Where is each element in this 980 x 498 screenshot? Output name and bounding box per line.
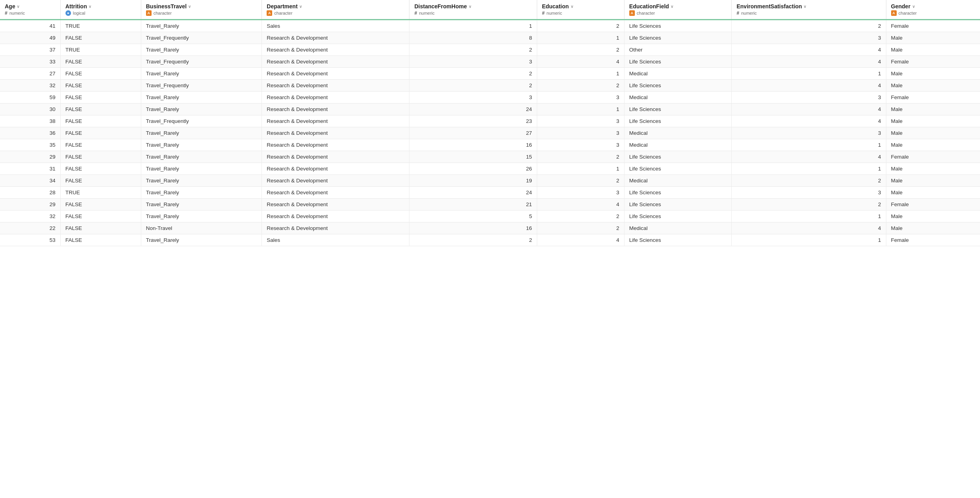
cell-age: 35 xyxy=(0,139,60,151)
cell-distanceFromHome: 3 xyxy=(409,92,537,103)
col-header-education-field[interactable]: EducationField ∨ A character xyxy=(624,0,732,20)
cell-age: 28 xyxy=(0,187,60,199)
cell-environmentSatisfaction: 3 xyxy=(732,92,886,103)
col-header-gender[interactable]: Gender ∨ A character xyxy=(886,0,980,20)
cell-gender: Male xyxy=(886,44,980,56)
cell-education: 4 xyxy=(537,199,624,211)
cell-gender: Female xyxy=(886,20,980,32)
table-row: 29FALSETravel_RarelyResearch & Developme… xyxy=(0,151,980,163)
cell-educationField: Life Sciences xyxy=(624,56,732,68)
cell-distanceFromHome: 1 xyxy=(409,20,537,32)
table-row: 32FALSETravel_RarelyResearch & Developme… xyxy=(0,211,980,222)
cell-attrition: FALSE xyxy=(60,199,141,211)
cell-department: Research & Development xyxy=(262,151,409,163)
cell-attrition: FALSE xyxy=(60,56,141,68)
cell-distanceFromHome: 21 xyxy=(409,199,537,211)
cell-environmentSatisfaction: 1 xyxy=(732,139,886,151)
table-row: 31FALSETravel_RarelyResearch & Developme… xyxy=(0,163,980,175)
education-field-type-icon: A xyxy=(629,10,635,16)
cell-gender: Female xyxy=(886,234,980,246)
cell-distanceFromHome: 5 xyxy=(409,211,537,222)
cell-attrition: FALSE xyxy=(60,151,141,163)
gender-type-label: character xyxy=(899,11,917,15)
col-header-business-travel[interactable]: BusinessTravel ∨ A character xyxy=(141,0,262,20)
department-label: Department xyxy=(267,3,298,10)
cell-attrition: FALSE xyxy=(60,163,141,175)
cell-education: 4 xyxy=(537,56,624,68)
col-header-attrition[interactable]: Attrition ∨ ● logical xyxy=(60,0,141,20)
cell-businessTravel: Travel_Frequently xyxy=(141,80,262,92)
cell-attrition: FALSE xyxy=(60,234,141,246)
col-header-distance[interactable]: DistanceFromHome ∨ # numeric xyxy=(409,0,537,20)
cell-educationField: Medical xyxy=(624,92,732,103)
cell-distanceFromHome: 24 xyxy=(409,103,537,115)
cell-department: Research & Development xyxy=(262,211,409,222)
cell-department: Research & Development xyxy=(262,103,409,115)
cell-department: Research & Development xyxy=(262,127,409,139)
cell-department: Research & Development xyxy=(262,80,409,92)
cell-distanceFromHome: 2 xyxy=(409,234,537,246)
cell-education: 1 xyxy=(537,103,624,115)
cell-environmentSatisfaction: 1 xyxy=(732,211,886,222)
cell-education: 2 xyxy=(537,211,624,222)
cell-age: 49 xyxy=(0,32,60,44)
cell-environmentSatisfaction: 3 xyxy=(732,32,886,44)
cell-attrition: FALSE xyxy=(60,127,141,139)
cell-age: 37 xyxy=(0,44,60,56)
cell-businessTravel: Travel_Rarely xyxy=(141,68,262,80)
cell-environmentSatisfaction: 4 xyxy=(732,44,886,56)
age-sort-icon: ∨ xyxy=(17,4,19,9)
table-row: 32FALSETravel_FrequentlyResearch & Devel… xyxy=(0,80,980,92)
age-label: Age xyxy=(5,3,15,10)
table-row: 49FALSETravel_FrequentlyResearch & Devel… xyxy=(0,32,980,44)
cell-department: Research & Development xyxy=(262,163,409,175)
cell-gender: Male xyxy=(886,103,980,115)
env-satisfaction-type-label: numeric xyxy=(741,11,757,15)
cell-businessTravel: Travel_Rarely xyxy=(141,234,262,246)
distance-sort-icon: ∨ xyxy=(469,4,471,9)
cell-environmentSatisfaction: 4 xyxy=(732,115,886,127)
cell-age: 38 xyxy=(0,115,60,127)
table-row: 29FALSETravel_RarelyResearch & Developme… xyxy=(0,199,980,211)
cell-age: 22 xyxy=(0,222,60,234)
cell-age: 33 xyxy=(0,56,60,68)
business-travel-type-icon: A xyxy=(146,10,152,16)
distance-label: DistanceFromHome xyxy=(414,3,467,10)
data-table-container: Age ∨ # numeric Attrition ∨ ● lo xyxy=(0,0,980,246)
cell-department: Research & Development xyxy=(262,92,409,103)
cell-distanceFromHome: 19 xyxy=(409,175,537,187)
cell-gender: Male xyxy=(886,175,980,187)
cell-educationField: Medical xyxy=(624,127,732,139)
education-field-type-label: character xyxy=(637,11,655,15)
cell-environmentSatisfaction: 1 xyxy=(732,68,886,80)
cell-educationField: Life Sciences xyxy=(624,199,732,211)
cell-department: Research & Development xyxy=(262,139,409,151)
education-field-label: EducationField xyxy=(629,3,669,10)
cell-distanceFromHome: 26 xyxy=(409,163,537,175)
cell-businessTravel: Travel_Rarely xyxy=(141,139,262,151)
cell-department: Research & Development xyxy=(262,187,409,199)
table-row: 41TRUETravel_RarelySales12Life Sciences2… xyxy=(0,20,980,32)
table-row: 30FALSETravel_RarelyResearch & Developme… xyxy=(0,103,980,115)
cell-businessTravel: Non-Travel xyxy=(141,222,262,234)
cell-educationField: Life Sciences xyxy=(624,211,732,222)
cell-gender: Female xyxy=(886,56,980,68)
table-row: 59FALSETravel_RarelyResearch & Developme… xyxy=(0,92,980,103)
col-header-department[interactable]: Department ∨ A character xyxy=(262,0,409,20)
cell-businessTravel: Travel_Rarely xyxy=(141,175,262,187)
cell-educationField: Life Sciences xyxy=(624,187,732,199)
cell-education: 1 xyxy=(537,68,624,80)
cell-attrition: FALSE xyxy=(60,80,141,92)
education-type-icon: # xyxy=(542,10,545,16)
cell-gender: Female xyxy=(886,199,980,211)
cell-education: 3 xyxy=(537,127,624,139)
cell-distanceFromHome: 16 xyxy=(409,139,537,151)
cell-educationField: Medical xyxy=(624,175,732,187)
col-header-education[interactable]: Education ∨ # numeric xyxy=(537,0,624,20)
attrition-type-icon: ● xyxy=(65,10,71,16)
col-header-env-satisfaction[interactable]: EnvironmentSatisfaction ∨ # numeric xyxy=(732,0,886,20)
cell-gender: Male xyxy=(886,115,980,127)
col-header-age[interactable]: Age ∨ # numeric xyxy=(0,0,60,20)
education-field-sort-icon: ∨ xyxy=(671,4,673,9)
cell-gender: Male xyxy=(886,187,980,199)
